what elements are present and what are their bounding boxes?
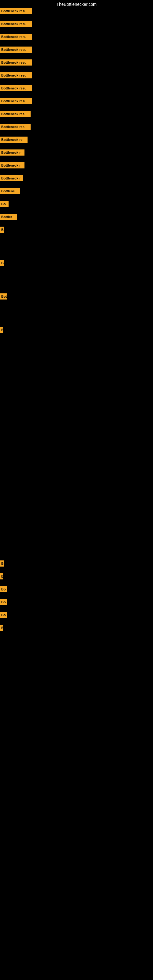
site-title: TheBottlenecker.com — [0, 0, 153, 9]
bottleneck-bar[interactable]: Bottleneck resu — [0, 34, 32, 40]
bottleneck-bar[interactable]: Bottleneck resu — [0, 59, 32, 65]
bottleneck-bar[interactable]: Bottlene — [0, 188, 20, 194]
bottleneck-bar[interactable]: Bottleneck res — [0, 111, 30, 117]
bottleneck-bar[interactable]: Bottleneck r — [0, 162, 24, 169]
bottleneck-bar[interactable]: B — [0, 327, 3, 333]
bottleneck-bar[interactable]: B — [0, 227, 4, 233]
bottleneck-bar[interactable]: Bottleneck resu — [0, 85, 32, 91]
bottleneck-bar[interactable]: Bottleneck res — [0, 124, 30, 130]
bottleneck-bar[interactable]: Bottleneck re — [0, 137, 27, 143]
bottleneck-bar[interactable]: B — [0, 573, 3, 579]
bottleneck-bar[interactable]: Bo — [0, 586, 7, 592]
bottleneck-bar[interactable]: Bottleneck resu — [0, 72, 32, 78]
bottleneck-bar[interactable]: Bottleneck r — [0, 150, 24, 156]
bottleneck-bar[interactable]: B — [0, 560, 4, 566]
bottleneck-bar[interactable]: Bottler — [0, 214, 17, 220]
bottleneck-bar[interactable]: Bottleneck resu — [0, 8, 32, 14]
bottleneck-bar[interactable]: Bottleneck resu — [0, 98, 32, 104]
bottleneck-bar[interactable]: B — [0, 260, 4, 266]
bottleneck-bar[interactable]: Bo — [0, 599, 7, 605]
bottleneck-bar[interactable]: Bo — [0, 201, 9, 207]
bottleneck-bar[interactable]: Bo — [0, 612, 7, 618]
bottleneck-bar[interactable]: Bottleneck r — [0, 175, 23, 181]
bottleneck-bar[interactable]: Bottleneck resu — [0, 21, 32, 27]
bottleneck-bar[interactable]: Bot — [0, 293, 7, 299]
bottleneck-bar[interactable]: B — [0, 625, 3, 631]
bottleneck-bar[interactable]: Bottleneck resu — [0, 46, 32, 52]
